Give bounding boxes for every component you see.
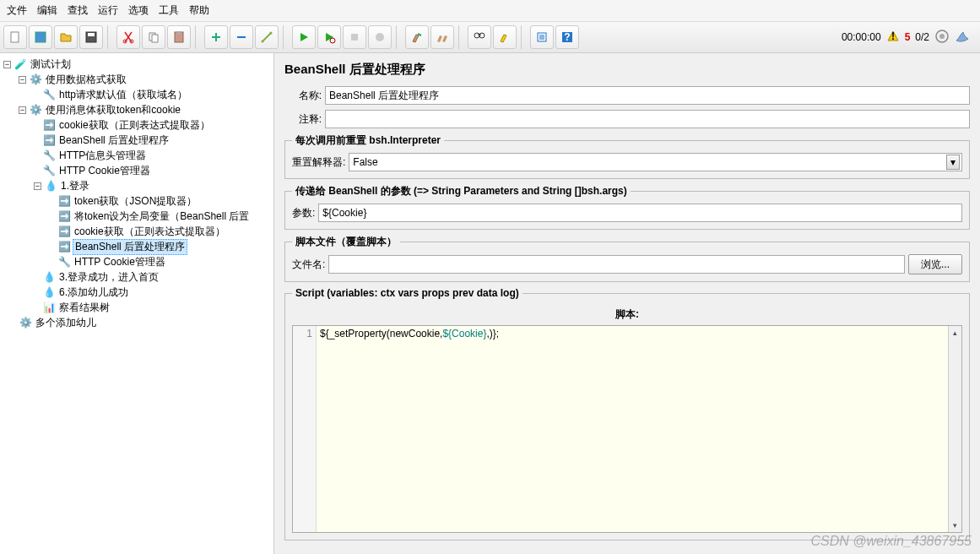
tree-label: 多个添加幼儿	[34, 316, 98, 330]
toggle-icon[interactable]: −	[3, 61, 11, 68]
server-icon	[934, 29, 950, 46]
start-no-timers-button[interactable]	[317, 25, 341, 49]
svg-rect-0	[11, 32, 19, 42]
clear-all-button[interactable]	[430, 25, 454, 49]
file-legend: 脚本文件（覆盖脚本）	[292, 235, 400, 249]
help-button[interactable]: ?	[555, 25, 579, 49]
tree-label: token获取（JSON提取器）	[73, 194, 198, 209]
tree-node[interactable]: −⚙️使用消息体获取token和cookie	[0, 102, 273, 117]
config-icon: 🔧	[42, 88, 56, 101]
tree-node[interactable]: ➡️token获取（JSON提取器）	[0, 193, 273, 209]
scroll-up-icon[interactable]: ▴	[949, 326, 961, 339]
expand-button[interactable]	[204, 25, 228, 49]
paste-button[interactable]	[167, 25, 191, 49]
menu-run[interactable]: 运行	[98, 3, 118, 18]
params-legend: 传递给 BeanShell 的参数 (=> String Parameters …	[292, 184, 631, 198]
scroll-down-icon[interactable]: ▾	[949, 519, 961, 532]
copy-button[interactable]	[142, 25, 165, 49]
templates-button[interactable]	[29, 25, 52, 49]
save-button[interactable]	[79, 25, 103, 49]
menu-file[interactable]: 文件	[7, 3, 27, 18]
tree-node[interactable]: 📊察看结果树	[0, 300, 273, 315]
config-icon: 🔧	[42, 164, 56, 177]
menu-search[interactable]: 查找	[68, 3, 88, 18]
extractor-icon: ➡️	[57, 225, 71, 238]
status-area: 00:00:00 ! 5 0/2	[842, 29, 977, 46]
config-icon: 🔧	[57, 255, 71, 269]
menu-help[interactable]: 帮助	[189, 3, 209, 18]
reset-value: False	[353, 156, 377, 168]
comment-label: 注释:	[284, 112, 322, 127]
function-helper-button[interactable]	[530, 25, 554, 49]
collapse-button[interactable]	[230, 25, 253, 49]
shutdown-button[interactable]	[368, 25, 392, 49]
toggle-icon[interactable]: −	[19, 76, 26, 84]
test-plan-tree[interactable]: −🧪测试计划 −⚙️使用数据格式获取 🔧http请求默认值（获取域名） −⚙️使…	[0, 53, 274, 554]
start-button[interactable]	[292, 25, 316, 49]
properties-panel: BeanShell 后置处理程序 名称: 注释: 每次调用前重置 bsh.Int…	[274, 53, 980, 554]
extractor-icon: ➡️	[57, 194, 71, 208]
panel-title: BeanShell 后置处理程序	[284, 62, 970, 78]
warning-count: 5	[905, 31, 911, 43]
tree-node[interactable]: −💧1.登录	[0, 178, 273, 193]
line-gutter: 1	[293, 326, 317, 532]
reset-search-button[interactable]	[493, 25, 517, 49]
tree-node[interactable]: 🔧HTTP信息头管理器	[0, 148, 273, 163]
vertical-scrollbar[interactable]: ▴ ▾	[948, 326, 961, 532]
tree-label: 察看结果树	[57, 301, 111, 315]
separator	[458, 25, 463, 49]
script-editor[interactable]: 1 ${_setProperty(newCookie,${Cookie},)};…	[292, 325, 962, 533]
cut-button[interactable]	[116, 25, 140, 49]
separator	[283, 25, 288, 49]
clear-button[interactable]	[405, 25, 429, 49]
svg-rect-9	[176, 31, 181, 34]
tree-node[interactable]: 🔧http请求默认值（获取域名）	[0, 87, 273, 102]
tree-node[interactable]: 🔧HTTP Cookie管理器	[0, 163, 273, 178]
name-input[interactable]	[325, 86, 970, 105]
params-input[interactable]	[318, 204, 962, 222]
jmeter-icon	[955, 29, 970, 46]
open-button[interactable]	[54, 25, 78, 49]
toggle-icon[interactable]: −	[19, 106, 26, 114]
code-area[interactable]: ${_setProperty(newCookie,${Cookie},)};	[317, 326, 948, 532]
reset-select[interactable]: False ▾	[349, 153, 962, 171]
name-label: 名称:	[284, 89, 322, 103]
elapsed-time: 00:00:00	[842, 31, 881, 43]
tree-node[interactable]: ➡️将token设为全局变量（BeanShell 后置	[0, 209, 273, 224]
extractor-icon: ➡️	[42, 133, 56, 147]
tree-node[interactable]: ⚙️多个添加幼儿	[0, 315, 273, 330]
menu-edit[interactable]: 编辑	[37, 3, 57, 18]
toggle-button[interactable]	[255, 25, 279, 49]
file-input[interactable]	[328, 255, 905, 274]
search-button[interactable]	[468, 25, 491, 49]
tree-label: cookie获取（正则表达式提取器）	[57, 118, 212, 133]
file-label: 文件名:	[292, 258, 325, 272]
tree-node-selected[interactable]: ➡️BeanShell 后置处理程序	[0, 239, 273, 254]
tree-node[interactable]: −⚙️使用数据格式获取	[0, 72, 273, 87]
separator	[195, 25, 200, 49]
tree-node[interactable]: ➡️cookie获取（正则表达式提取器）	[0, 117, 273, 133]
browse-button[interactable]: 浏览...	[908, 254, 962, 274]
comment-input[interactable]	[325, 110, 970, 128]
tree-node[interactable]: 💧3.登录成功，进入首页	[0, 269, 273, 285]
toggle-icon[interactable]: −	[34, 182, 41, 190]
new-button[interactable]	[3, 25, 27, 49]
tree-label: cookie获取（正则表达式提取器）	[73, 225, 227, 239]
tree-node[interactable]: ➡️cookie获取（正则表达式提取器）	[0, 224, 273, 239]
tree-node[interactable]: ➡️BeanShell 后置处理程序	[0, 133, 273, 148]
menu-tools[interactable]: 工具	[159, 3, 179, 18]
tree-root[interactable]: −🧪测试计划	[0, 57, 273, 72]
script-label: 脚本:	[292, 307, 962, 322]
stop-button[interactable]	[343, 25, 366, 49]
tree-node[interactable]: 🔧HTTP Cookie管理器	[0, 254, 273, 269]
gear-icon: ⚙️	[29, 73, 42, 86]
svg-point-12	[330, 38, 335, 43]
tree-label: 使用数据格式获取	[44, 73, 128, 87]
tree-label: 3.登录成功，进入首页	[57, 270, 160, 285]
tree-node[interactable]: 💧6.添加幼儿成功	[0, 285, 273, 300]
svg-point-11	[270, 32, 273, 35]
separator	[521, 25, 526, 49]
menu-options[interactable]: 选项	[128, 3, 149, 18]
separator	[396, 25, 401, 49]
svg-point-14	[376, 33, 384, 41]
